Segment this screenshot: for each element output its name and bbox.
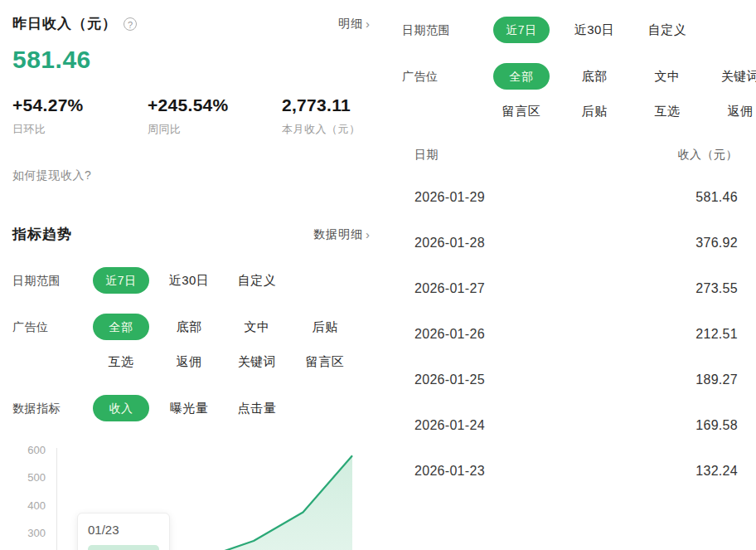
trend-filter-1-option-4[interactable]: 互选 — [109, 348, 134, 375]
table-row: 2026-01-24169.58 — [381, 402, 756, 448]
trend-filter-row-2: 数据指标收入曝光量点击量 — [0, 395, 377, 421]
cell-date: 2026-01-29 — [414, 190, 485, 205]
table-row: 2026-01-27273.55 — [381, 265, 756, 311]
cell-date: 2026-01-28 — [414, 236, 485, 251]
income-area-chart — [0, 444, 377, 550]
stat-value: 2,773.11 — [282, 95, 361, 115]
income-table-panel: 日期范围近7日近30日自定义广告位全部底部文中关键词留言区后贴互选返佣 日期 收… — [381, 0, 756, 550]
trend-filter-2-option-2[interactable]: 点击量 — [238, 395, 277, 421]
income-overview-panel: 昨日收入（元） ? 明细 › 581.46 +54.27%日环比+245.54%… — [0, 0, 377, 550]
column-header-income: 收入（元） — [678, 148, 739, 163]
table-filter-1-option-2[interactable]: 文中 — [655, 63, 681, 90]
data-detail-link[interactable]: 数据明细 › — [313, 227, 371, 242]
cell-date: 2026-01-24 — [414, 418, 485, 433]
trend-chart[interactable]: 600500400300 01/23 132.24 — [0, 444, 377, 550]
table-filter-0-option-2[interactable]: 自定义 — [648, 17, 687, 43]
cell-income: 132.24 — [695, 464, 738, 479]
cell-income: 169.58 — [695, 418, 738, 433]
help-icon[interactable]: ? — [124, 17, 137, 31]
income-detail-link[interactable]: 明细 › — [338, 17, 371, 32]
trend-filter-row-0: 日期范围近7日近30日自定义 — [0, 267, 377, 294]
cell-income: 273.55 — [695, 281, 738, 296]
table-filter-row-0: 日期范围近7日近30日自定义 — [381, 17, 756, 43]
stat-label: 日环比 — [12, 122, 148, 137]
table-row: 2026-01-26212.51 — [381, 311, 756, 357]
cell-income: 189.27 — [695, 372, 738, 387]
table-row: 2026-01-23132.24 — [381, 448, 756, 494]
trend-filter-1-option-7[interactable]: 留言区 — [306, 348, 345, 375]
trend-filter-1-option-3[interactable]: 后贴 — [313, 314, 338, 340]
stat-value: +245.54% — [148, 95, 282, 115]
stat-1: +245.54%周同比 — [148, 95, 282, 137]
trend-section-title: 指标趋势 — [12, 225, 72, 244]
yesterday-income-header: 昨日收入（元） ? 明细 › — [0, 0, 377, 33]
income-detail-label: 明细 — [338, 17, 363, 32]
trend-filter-1-option-6[interactable]: 关键词 — [238, 348, 277, 375]
trend-section-header: 指标趋势 数据明细 › — [0, 183, 377, 244]
trend-filter-row-1: 广告位全部底部文中后贴互选返佣关键词留言区 — [0, 314, 377, 375]
table-filter-row-1: 广告位全部底部文中关键词留言区后贴互选返佣 — [381, 63, 756, 124]
cell-date: 2026-01-26 — [414, 327, 485, 342]
table-filter-label-0: 日期范围 — [381, 17, 485, 43]
trend-filter-options-2: 收入曝光量点击量 — [87, 395, 359, 421]
trend-filter-0-option-0[interactable]: 近7日 — [93, 267, 149, 294]
table-row: 2026-01-29581.46 — [381, 174, 756, 220]
trend-filter-1-option-5[interactable]: 返佣 — [177, 348, 202, 375]
table-filter-1-option-6[interactable]: 互选 — [655, 98, 681, 124]
cell-date: 2026-01-23 — [414, 464, 485, 479]
trend-filter-1-option-1[interactable]: 底部 — [177, 314, 202, 340]
trend-filter-2-option-0[interactable]: 收入 — [93, 395, 149, 421]
table-filter-0-option-1[interactable]: 近30日 — [574, 17, 615, 43]
cell-income: 376.92 — [695, 236, 738, 251]
tooltip-series-row: 132.24 — [88, 545, 159, 550]
table-filter-1-option-4[interactable]: 留言区 — [502, 98, 541, 124]
table-body: 2026-01-29581.462026-01-28376.922026-01-… — [381, 174, 756, 494]
stat-value: +54.27% — [12, 95, 148, 115]
table-header: 日期 收入（元） — [381, 148, 756, 163]
trend-filter-label-2: 数据指标 — [0, 395, 87, 421]
table-row: 2026-01-28376.92 — [381, 220, 756, 265]
trend-filter-2-option-1[interactable]: 曝光量 — [170, 395, 209, 421]
cell-date: 2026-01-27 — [414, 281, 485, 296]
table-filter-options-0: 近7日近30日自定义 — [485, 17, 756, 43]
trend-filter-options-0: 近7日近30日自定义 — [87, 267, 359, 294]
income-stats-row: +54.27%日环比+245.54%周同比2,773.11本月收入（元） — [12, 95, 377, 137]
table-filter-1-option-7[interactable]: 返佣 — [728, 98, 754, 124]
yesterday-income-amount: 581.46 — [12, 46, 377, 74]
table-filter-1-option-3[interactable]: 关键词 — [721, 63, 756, 90]
stat-label: 本月收入（元） — [282, 122, 361, 137]
cell-income: 581.46 — [695, 190, 738, 205]
data-detail-label: 数据明细 — [313, 227, 363, 242]
yesterday-income-title: 昨日收入（元） — [12, 14, 117, 33]
trend-filter-0-option-1[interactable]: 近30日 — [169, 267, 210, 294]
cell-date: 2026-01-25 — [414, 372, 485, 387]
stat-2: 2,773.11本月收入（元） — [282, 95, 361, 137]
table-row: 2026-01-25189.27 — [381, 357, 756, 402]
stat-label: 周同比 — [148, 122, 282, 137]
trend-filter-options-1: 全部底部文中后贴互选返佣关键词留言区 — [87, 314, 359, 375]
table-filter-1-option-0[interactable]: 全部 — [493, 63, 550, 90]
table-filter-0-option-0[interactable]: 近7日 — [493, 17, 550, 43]
cell-income: 212.51 — [695, 327, 738, 342]
tooltip-date: 01/23 — [88, 523, 159, 537]
trend-filters: 日期范围近7日近30日自定义广告位全部底部文中后贴互选返佣关键词留言区数据指标收… — [0, 267, 377, 421]
withdraw-help-link[interactable]: 如何提现收入? — [12, 168, 91, 183]
trend-filter-label-0: 日期范围 — [0, 267, 87, 294]
trend-filter-1-option-0[interactable]: 全部 — [93, 314, 149, 340]
table-filter-label-1: 广告位 — [381, 63, 485, 90]
trend-filter-1-option-2[interactable]: 文中 — [245, 314, 270, 340]
column-header-date: 日期 — [414, 148, 439, 163]
chevron-right-icon: › — [366, 227, 371, 241]
chevron-right-icon: › — [366, 17, 371, 31]
trend-filter-0-option-2[interactable]: 自定义 — [238, 267, 277, 294]
chart-tooltip: 01/23 132.24 — [77, 513, 170, 550]
stat-0: +54.27%日环比 — [12, 95, 148, 137]
table-filters: 日期范围近7日近30日自定义广告位全部底部文中关键词留言区后贴互选返佣 — [381, 0, 756, 124]
income-table: 日期 收入（元） 2026-01-29581.462026-01-28376.9… — [381, 148, 756, 494]
table-filter-options-1: 全部底部文中关键词留言区后贴互选返佣 — [485, 63, 756, 124]
table-filter-1-option-5[interactable]: 后贴 — [582, 98, 608, 124]
table-filter-1-option-1[interactable]: 底部 — [582, 63, 608, 90]
trend-filter-label-1: 广告位 — [0, 314, 87, 340]
